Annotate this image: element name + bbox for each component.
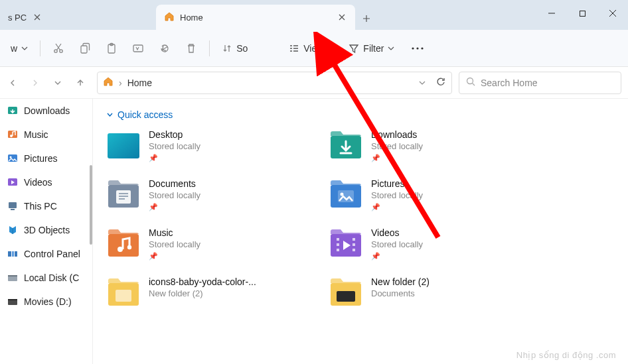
paste-button[interactable] bbox=[99, 36, 124, 60]
watermark: Nhịp sống di động .com bbox=[516, 350, 616, 360]
folder-icon bbox=[7, 105, 19, 117]
folder-icon bbox=[329, 276, 363, 308]
svg-point-7 bbox=[412, 47, 414, 49]
content-area: Quick access Desktop Stored locally 📌 Do… bbox=[93, 99, 628, 364]
folder-icon bbox=[106, 178, 141, 210]
svg-rect-24 bbox=[8, 275, 17, 276]
svg-rect-43 bbox=[353, 249, 355, 251]
chevron-down-icon[interactable] bbox=[419, 78, 426, 88]
folder-item[interactable]: New folder (2) Documents bbox=[329, 276, 531, 308]
nav-up[interactable] bbox=[70, 73, 90, 93]
folder-item[interactable]: Desktop Stored locally 📌 bbox=[106, 129, 309, 162]
view-button[interactable]: View bbox=[282, 36, 341, 60]
nav-back[interactable] bbox=[3, 73, 23, 93]
sidebar-item[interactable]: Control Panel bbox=[0, 242, 92, 266]
folder-item[interactable]: Downloads Stored locally 📌 bbox=[329, 129, 531, 162]
folder-icon bbox=[7, 296, 19, 308]
svg-rect-0 bbox=[580, 11, 585, 16]
svg-rect-22 bbox=[15, 251, 17, 257]
svg-rect-42 bbox=[353, 243, 355, 246]
sidebar-item-label: Control Panel bbox=[24, 249, 80, 259]
item-subtitle: Documents bbox=[371, 288, 430, 298]
window-minimize[interactable] bbox=[536, 0, 567, 27]
svg-point-36 bbox=[127, 245, 131, 249]
window-maximize[interactable] bbox=[567, 0, 597, 27]
sidebar-item[interactable]: Pictures bbox=[0, 147, 92, 170]
window-close[interactable] bbox=[597, 0, 628, 27]
new-button[interactable]: w bbox=[4, 36, 35, 60]
folder-icon bbox=[7, 248, 19, 260]
tab-title: Home bbox=[180, 13, 203, 23]
folder-item[interactable]: Documents Stored locally 📌 bbox=[106, 178, 309, 212]
chevron-down-icon bbox=[106, 109, 114, 120]
svg-rect-30 bbox=[116, 190, 131, 204]
folder-item[interactable]: Music Stored locally 📌 bbox=[106, 227, 309, 261]
address-row: › Home Search Home bbox=[0, 67, 628, 99]
svg-point-10 bbox=[467, 78, 473, 84]
item-name: Videos bbox=[371, 227, 423, 238]
breadcrumb-sep: › bbox=[119, 78, 122, 88]
svg-rect-3 bbox=[81, 46, 87, 53]
folder-icon bbox=[7, 176, 19, 188]
sidebar-item[interactable]: This PC bbox=[0, 194, 92, 218]
item-subtitle: Stored locally bbox=[149, 190, 200, 200]
svg-rect-38 bbox=[337, 238, 339, 241]
item-name: Pictures bbox=[371, 178, 423, 189]
svg-rect-46 bbox=[116, 290, 131, 302]
sidebar-item[interactable]: Downloads bbox=[0, 99, 92, 123]
tab-home[interactable]: Home bbox=[156, 5, 355, 30]
copy-button[interactable] bbox=[72, 36, 98, 60]
item-subtitle: Stored locally bbox=[149, 141, 200, 151]
share-button[interactable] bbox=[152, 36, 177, 60]
svg-rect-20 bbox=[8, 251, 11, 257]
svg-point-15 bbox=[10, 156, 12, 158]
delete-button[interactable] bbox=[179, 36, 204, 60]
folder-icon bbox=[7, 152, 19, 164]
item-name: New folder (2) bbox=[371, 276, 430, 287]
group-quick-access[interactable]: Quick access bbox=[106, 109, 615, 120]
close-icon[interactable] bbox=[32, 12, 42, 23]
scrollbar[interactable] bbox=[90, 165, 92, 245]
folder-item[interactable]: Pictures Stored locally 📌 bbox=[329, 178, 531, 212]
cut-button[interactable] bbox=[46, 36, 71, 60]
more-button[interactable] bbox=[402, 36, 433, 60]
item-subtitle: Stored locally bbox=[371, 190, 423, 200]
sort-button[interactable]: So bbox=[215, 36, 254, 60]
folder-icon bbox=[7, 200, 19, 212]
tab-this-pc[interactable]: s PC bbox=[0, 5, 156, 30]
sidebar-item[interactable]: Videos bbox=[0, 170, 92, 194]
refresh-icon[interactable] bbox=[436, 77, 446, 89]
toolbar: w So View Filter bbox=[0, 30, 628, 67]
filter-button[interactable]: Filter bbox=[342, 36, 401, 60]
svg-rect-40 bbox=[337, 249, 339, 251]
sidebar-item[interactable]: Local Disk (C bbox=[0, 266, 92, 290]
folder-item[interactable]: icons8-baby-yoda-color-... New folder (2… bbox=[106, 276, 309, 308]
folder-icon bbox=[106, 129, 141, 161]
close-icon[interactable] bbox=[337, 12, 347, 23]
search-icon bbox=[466, 77, 475, 88]
sidebar-item[interactable]: Music bbox=[0, 123, 92, 147]
title-bar: s PC Home bbox=[0, 0, 628, 30]
rename-button[interactable] bbox=[125, 36, 151, 60]
sidebar-item-label: Local Disk (C bbox=[24, 273, 79, 283]
nav-recent[interactable] bbox=[48, 73, 68, 93]
svg-point-8 bbox=[417, 47, 419, 49]
address-bar[interactable]: › Home bbox=[97, 72, 452, 94]
add-tab-button[interactable] bbox=[355, 7, 378, 30]
pin-icon: 📌 bbox=[149, 154, 200, 162]
home-icon bbox=[103, 76, 114, 89]
search-input[interactable]: Search Home bbox=[459, 72, 621, 94]
sidebar-item[interactable]: 3D Objects bbox=[0, 218, 92, 242]
folder-icon bbox=[7, 224, 19, 236]
folder-icon bbox=[329, 178, 363, 210]
svg-rect-41 bbox=[353, 238, 355, 241]
pin-icon: 📌 bbox=[371, 252, 423, 261]
nav-forward[interactable] bbox=[25, 73, 45, 93]
svg-rect-21 bbox=[12, 251, 14, 257]
pin-icon: 📌 bbox=[371, 203, 423, 212]
item-name: icons8-baby-yoda-color-... bbox=[149, 276, 256, 287]
svg-point-9 bbox=[422, 47, 424, 49]
sidebar-item-label: Videos bbox=[24, 177, 52, 188]
folder-item[interactable]: Videos Stored locally 📌 bbox=[329, 227, 531, 261]
sidebar-item[interactable]: Movies (D:) bbox=[0, 290, 92, 314]
